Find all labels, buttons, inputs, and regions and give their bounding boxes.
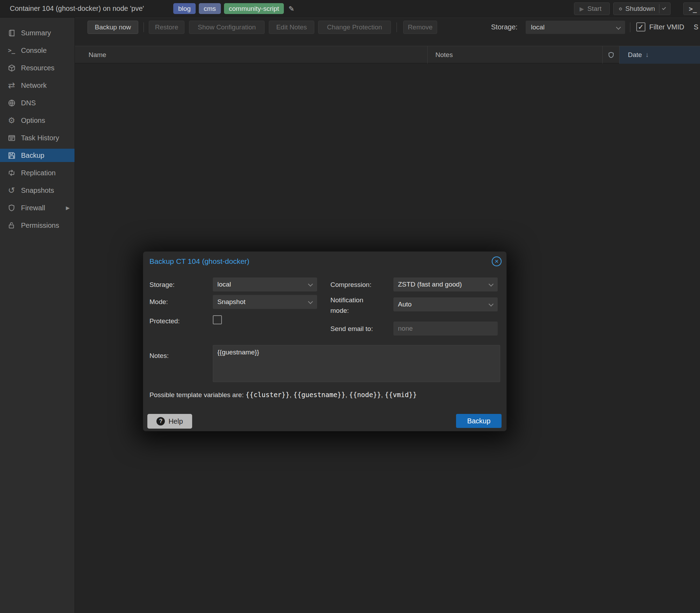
- play-icon: ▶: [580, 6, 584, 12]
- floppy-icon: [6, 152, 17, 159]
- chevron-down-icon: [489, 282, 493, 287]
- send-email-input[interactable]: [393, 322, 498, 336]
- edit-tags-pencil-icon[interactable]: ✎: [288, 5, 294, 13]
- filter-vmid-toggle[interactable]: ✓ Filter VMID: [636, 22, 684, 31]
- sidebar-item-replication[interactable]: Replication: [0, 166, 75, 179]
- chevron-down-icon: [489, 302, 493, 306]
- notification-mode-field-label: Notification mode:: [330, 295, 383, 316]
- history-icon: ↺: [6, 185, 17, 195]
- sidebar-item-permissions[interactable]: Permissions: [0, 219, 75, 232]
- column-header-date[interactable]: Date ↓: [620, 46, 700, 64]
- storage-select[interactable]: local: [526, 21, 625, 34]
- storage-field-label: Storage:: [149, 281, 175, 289]
- sidebar-item-snapshots[interactable]: ↺ Snapshots: [0, 184, 75, 197]
- search-label-partial: S: [694, 23, 698, 31]
- notification-mode-field-select[interactable]: Auto: [393, 297, 498, 311]
- sort-desc-icon: ↓: [645, 51, 649, 59]
- storage-label: Storage:: [491, 23, 518, 31]
- console-button[interactable]: >_: [683, 2, 700, 15]
- sidebar-item-dns[interactable]: DNS: [0, 96, 75, 110]
- change-protection-button[interactable]: Change Protection: [318, 21, 391, 34]
- restore-button[interactable]: Restore: [149, 21, 184, 34]
- question-circle-icon: ?: [156, 417, 165, 425]
- notes-field-label: Notes:: [149, 352, 169, 360]
- divider: [630, 22, 630, 32]
- divider: [659, 4, 659, 13]
- page-title: Container 104 (ghost-docker) on node 'pv…: [10, 5, 144, 13]
- submenu-caret-icon[interactable]: ▶: [66, 205, 70, 211]
- sidebar-item-firewall[interactable]: Firewall ▶: [0, 201, 75, 214]
- sidebar-item-backup[interactable]: Backup: [0, 149, 75, 162]
- app-header: Container 104 (ghost-docker) on node 'pv…: [0, 0, 700, 17]
- shutdown-button[interactable]: Shutdown: [613, 2, 671, 15]
- column-header-protected[interactable]: [603, 46, 620, 64]
- help-button[interactable]: ? Help: [147, 414, 192, 429]
- backup-now-button[interactable]: Backup now: [88, 21, 138, 34]
- mode-field-label: Mode:: [149, 298, 168, 306]
- shield-icon: [6, 204, 17, 211]
- show-configuration-button[interactable]: Show Configuration: [189, 21, 265, 34]
- divider: [144, 22, 144, 32]
- sidebar-item-task-history[interactable]: Task History: [0, 131, 75, 145]
- protected-field-label: Protected:: [149, 317, 180, 325]
- chevron-down-icon[interactable]: [662, 6, 666, 10]
- cube-icon: [6, 64, 17, 72]
- terminal-icon: >_: [6, 47, 17, 54]
- notes-textarea[interactable]: {{guestname}}: [213, 345, 500, 382]
- power-icon: [619, 6, 622, 12]
- column-header-notes[interactable]: Notes: [428, 46, 603, 64]
- sidebar-item-network[interactable]: ⇄ Network: [0, 79, 75, 92]
- backup-dialog: Backup CT 104 (ghost-docker) × Storage: …: [143, 251, 507, 431]
- column-header-name[interactable]: Name: [75, 46, 428, 64]
- book-icon: [6, 29, 17, 37]
- divider: [397, 22, 397, 32]
- dialog-title: Backup CT 104 (ghost-docker): [149, 257, 250, 266]
- retweet-icon: [6, 169, 17, 177]
- filter-vmid-checkbox[interactable]: ✓: [636, 22, 645, 31]
- chevron-down-icon: [616, 25, 621, 30]
- sidebar-item-resources[interactable]: Resources: [0, 61, 75, 75]
- shield-icon: [608, 52, 614, 58]
- globe-icon: [6, 99, 17, 107]
- list-icon: [6, 134, 17, 142]
- tag-blog: blog: [173, 3, 196, 14]
- close-icon[interactable]: ×: [492, 256, 502, 266]
- tag-community-script: community-script: [224, 3, 284, 14]
- backup-submit-button[interactable]: Backup: [456, 414, 502, 428]
- compression-field-select[interactable]: ZSTD (fast and good): [393, 277, 498, 291]
- sidebar-item-console[interactable]: >_ Console: [0, 44, 75, 57]
- chevron-down-icon: [308, 282, 313, 287]
- compression-field-label: Compression:: [330, 281, 371, 289]
- protected-checkbox[interactable]: [213, 315, 222, 324]
- chevron-down-icon: [308, 299, 313, 304]
- sidebar-item-summary[interactable]: Summary: [0, 26, 75, 40]
- gear-icon: ⚙: [6, 116, 17, 125]
- remove-button[interactable]: Remove: [403, 21, 437, 34]
- tag-row: blog cms community-script ✎: [173, 3, 294, 14]
- storage-field-select[interactable]: local: [213, 277, 317, 291]
- send-email-field-label: Send email to:: [330, 325, 373, 333]
- start-button[interactable]: ▶ Start: [574, 2, 610, 15]
- edit-notes-button[interactable]: Edit Notes: [269, 21, 314, 34]
- sidebar: Summary >_ Console Resources ⇄ Network D…: [0, 17, 75, 613]
- unlock-icon: [6, 222, 17, 229]
- tag-cms: cms: [199, 3, 221, 14]
- network-arrows-icon: ⇄: [6, 80, 17, 90]
- backup-grid-header: Name Notes Date ↓: [75, 46, 700, 63]
- mode-field-select[interactable]: Snapshot: [213, 295, 317, 309]
- sidebar-item-options[interactable]: ⚙ Options: [0, 114, 75, 127]
- template-variables-hint: Possible template variables are: {{clust…: [149, 391, 417, 399]
